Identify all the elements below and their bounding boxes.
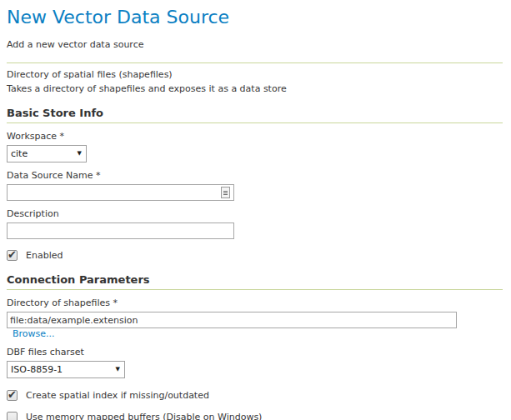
enabled-row: Enabled <box>7 250 503 261</box>
charset-select-wrap: ISO-8859-1 ▼ <box>7 361 125 378</box>
workspace-label: Workspace * <box>7 131 503 142</box>
store-type-description: Takes a directory of shapefiles and expo… <box>7 83 503 94</box>
new-vector-data-source-page: New Vector Data Source Add a new vector … <box>0 0 511 420</box>
page-subtitle: Add a new vector data source <box>7 39 503 50</box>
create-spatial-index-label: Create spatial index if missing/outdated <box>26 390 209 401</box>
data-source-name-wrap <box>7 184 234 201</box>
memory-mapped-row: Use memory mapped buffers (Disable on Wi… <box>7 412 503 420</box>
spatial-index-row: Create spatial index if missing/outdated <box>7 390 503 401</box>
memory-mapped-buffers-checkbox[interactable] <box>7 412 18 420</box>
enabled-label: Enabled <box>26 250 63 261</box>
connection-parameters-heading: Connection Parameters <box>7 273 503 290</box>
page-title: New Vector Data Source <box>7 7 503 28</box>
data-source-name-label: Data Source Name * <box>7 170 503 181</box>
field-indicator-icon <box>221 187 230 198</box>
data-source-name-input[interactable] <box>7 184 234 201</box>
directory-label: Directory of shapefiles * <box>7 298 503 308</box>
browse-link[interactable]: Browse... <box>13 328 55 339</box>
enabled-checkbox[interactable] <box>7 250 18 261</box>
workspace-select[interactable]: cite <box>7 145 87 162</box>
directory-row: Browse... <box>7 315 457 340</box>
basic-store-info-heading: Basic Store Info <box>7 107 503 123</box>
memory-mapped-buffers-label: Use memory mapped buffers (Disable on Wi… <box>26 412 262 420</box>
description-input[interactable] <box>7 222 234 239</box>
create-spatial-index-checkbox[interactable] <box>7 390 18 401</box>
store-type-name: Directory of spatial files (shapefiles) <box>7 69 503 80</box>
charset-select[interactable]: ISO-8859-1 <box>7 361 125 378</box>
directory-input[interactable] <box>7 312 457 328</box>
description-label: Description <box>7 208 503 219</box>
divider <box>7 62 503 63</box>
workspace-select-wrap: cite ▼ <box>7 145 87 162</box>
charset-label: DBF files charset <box>7 347 503 358</box>
